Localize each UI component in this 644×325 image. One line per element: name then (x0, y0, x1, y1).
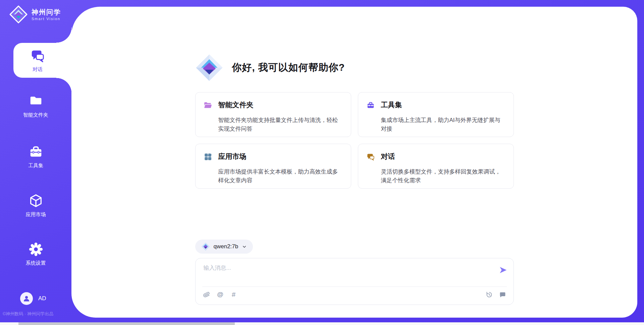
history-button[interactable] (485, 290, 493, 299)
cube-icon (28, 193, 44, 208)
conversation-button[interactable] (499, 290, 507, 299)
diamond-logo-icon (9, 5, 28, 23)
history-icon (486, 291, 493, 298)
diamond-logo-icon (201, 242, 210, 251)
scrollbar-thumb[interactable] (18, 322, 235, 325)
app-window: 神州问学 Smart Vision 对话 智能文件夹 (0, 0, 644, 325)
sidebar-item-settings[interactable]: 系统设置 (0, 242, 71, 266)
card-app-market[interactable]: 应用市场 应用市场提供丰富长文本模板，助力高效生成多样化文章内容 (195, 144, 351, 189)
avatar (20, 292, 33, 305)
sidebar-item-toolset[interactable]: 工具集 (0, 144, 71, 169)
sidebar-item-label: 工具集 (28, 162, 43, 169)
active-tab-fillet-bottom (56, 78, 72, 93)
model-name: qwen2:7b (214, 243, 238, 250)
active-tab-fillet-top (56, 27, 72, 43)
greeting: 你好, 我可以如何帮助你? (195, 54, 345, 82)
mention-button[interactable]: @ (216, 290, 224, 299)
message-composer: @ # (195, 258, 514, 305)
chat-icon (30, 48, 45, 63)
card-toolset[interactable]: 工具集 集成市场上主流工具，助力AI与外界无缝扩展与对接 (358, 92, 514, 137)
folder-icon (28, 93, 44, 109)
composer-toolbar: @ # (203, 290, 507, 299)
message-input[interactable] (203, 263, 489, 284)
send-icon (499, 266, 507, 274)
card-title: 工具集 (381, 101, 505, 109)
brand-subtitle: Smart Vision (32, 17, 61, 21)
card-title: 应用市场 (218, 152, 343, 160)
sidebar-item-app-market[interactable]: 应用市场 (0, 193, 71, 218)
open-folder-icon (204, 101, 212, 110)
composer-divider (202, 286, 507, 287)
topic-button[interactable]: # (230, 290, 238, 299)
user-profile[interactable]: AD (20, 292, 46, 305)
sidebar-item-chat[interactable]: 对话 (13, 43, 72, 78)
card-description: 集成市场上主流工具，助力AI与外界无缝扩展与对接 (381, 116, 505, 134)
sidebar-item-smart-folder[interactable]: 智能文件夹 (0, 93, 71, 118)
diamond-logo-icon (195, 54, 223, 82)
card-description: 灵活切换多模型文件，支持多样回复效果调试，满足个性化需求 (381, 168, 505, 185)
gear-icon (28, 242, 44, 257)
card-description: 应用市场提供丰富长文本模板，助力高效生成多样化文章内容 (218, 168, 343, 185)
brand-name: 神州问学 (32, 8, 61, 16)
chat-icon (366, 152, 375, 161)
toolbox-icon (28, 144, 44, 159)
app-grid-icon (204, 152, 212, 161)
model-selector[interactable]: qwen2:7b (195, 240, 253, 254)
chevron-down-icon (242, 244, 247, 249)
user-initials: AD (38, 295, 46, 302)
brand-logo: 神州问学 Smart Vision (9, 5, 61, 23)
main-panel: 你好, 我可以如何帮助你? 智能文件夹 智能文件夹功能支持批量文件上传与清洗，轻… (71, 7, 637, 318)
copyright-footer: ©神州数码 · 神州问学出品 (3, 311, 73, 317)
briefcase-icon (366, 101, 375, 110)
horizontal-scrollbar (0, 322, 644, 325)
sidebar-item-label: 智能文件夹 (23, 112, 48, 118)
card-description: 智能文件夹功能支持批量文件上传与清洗，轻松实现文件问答 (218, 116, 343, 134)
card-smart-folder[interactable]: 智能文件夹 智能文件夹功能支持批量文件上传与清洗，轻松实现文件问答 (195, 92, 351, 137)
paperclip-icon (203, 291, 210, 298)
attach-button[interactable] (203, 290, 211, 299)
sidebar-item-label: 应用市场 (26, 211, 46, 218)
sidebar-item-label: 系统设置 (26, 260, 46, 266)
person-icon (23, 295, 30, 302)
greeting-title: 你好, 我可以如何帮助你? (232, 61, 345, 74)
card-title: 智能文件夹 (218, 101, 343, 109)
send-button[interactable] (499, 266, 507, 274)
sidebar-item-label: 对话 (33, 66, 43, 73)
card-chat[interactable]: 对话 灵活切换多模型文件，支持多样回复效果调试，满足个性化需求 (358, 144, 514, 189)
card-title: 对话 (381, 152, 505, 160)
feature-cards: 智能文件夹 智能文件夹功能支持批量文件上传与清洗，轻松实现文件问答 工具集 (195, 92, 514, 189)
chat-bubble-icon (499, 291, 506, 298)
